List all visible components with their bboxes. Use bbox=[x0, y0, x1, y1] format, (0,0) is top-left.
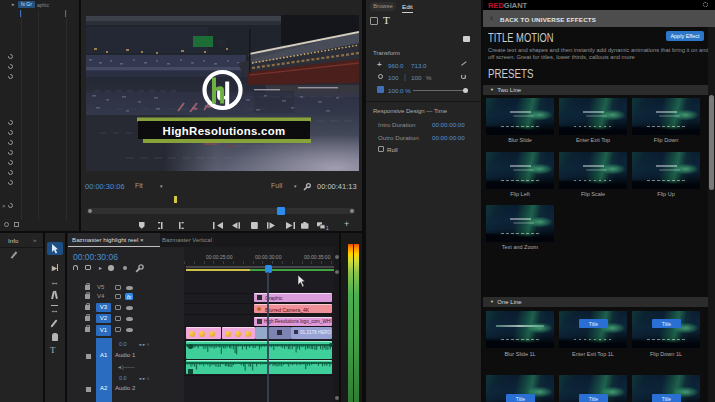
svg-text:1: 1 bbox=[326, 226, 329, 230]
svg-text:HighResolutions.com: HighResolutions.com bbox=[163, 125, 286, 137]
